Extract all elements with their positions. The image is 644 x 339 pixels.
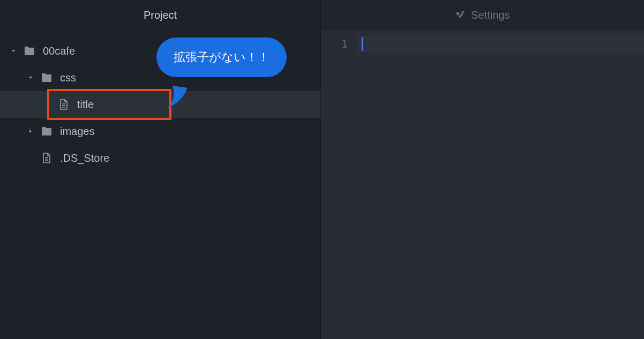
tab-label: Settings bbox=[471, 9, 510, 21]
folder-label: css bbox=[60, 72, 76, 84]
text-cursor bbox=[362, 37, 363, 51]
editor-tab-bar: Settings bbox=[321, 0, 644, 30]
folder-icon bbox=[40, 124, 54, 138]
folder-icon bbox=[23, 44, 36, 58]
sidebar-title-text: Project bbox=[144, 9, 177, 21]
file-icon bbox=[57, 97, 71, 111]
editor-body: 1 bbox=[321, 30, 644, 339]
folder-icon bbox=[40, 71, 54, 85]
tree-file-dsstore[interactable]: .DS_Store bbox=[0, 145, 320, 171]
annotation-speech-bubble: 拡張子がない！！ bbox=[156, 37, 287, 77]
file-label: title bbox=[77, 99, 94, 111]
editor-content[interactable] bbox=[357, 30, 644, 339]
chevron-down-icon[interactable] bbox=[8, 45, 19, 57]
line-number: 1 bbox=[321, 35, 348, 52]
tree-file-title[interactable]: title bbox=[0, 91, 320, 118]
editor-line[interactable] bbox=[357, 35, 644, 52]
folder-label: images bbox=[60, 125, 94, 138]
chevron-right-icon[interactable] bbox=[25, 125, 36, 137]
chevron-down-icon[interactable] bbox=[25, 72, 36, 84]
file-icon bbox=[40, 151, 54, 165]
tree-folder-images[interactable]: images bbox=[0, 118, 320, 145]
sidebar-title: Project bbox=[0, 0, 320, 30]
tools-icon bbox=[455, 10, 466, 20]
annotation-text: 拡張子がない！！ bbox=[174, 50, 269, 64]
file-label: .DS_Store bbox=[60, 152, 109, 164]
editor-panel: Settings 1 bbox=[320, 0, 644, 339]
file-tree: 00cafe css title bbox=[0, 30, 320, 339]
settings-tab[interactable]: Settings bbox=[455, 9, 510, 21]
editor-gutter: 1 bbox=[321, 30, 357, 339]
folder-label: 00cafe bbox=[43, 45, 75, 57]
